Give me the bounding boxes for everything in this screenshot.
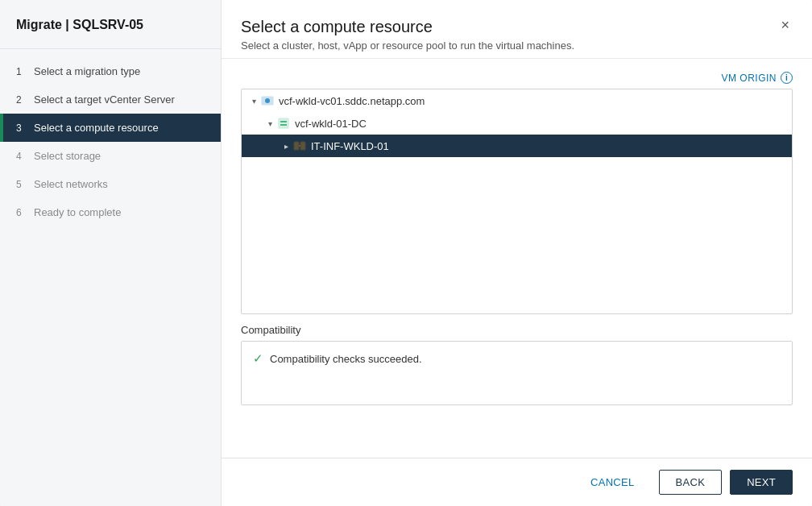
tree-node-dc[interactable]: ▾ vcf-wkld-01-DC [242, 112, 792, 135]
svg-rect-2 [279, 118, 288, 128]
main-body: VM ORIGIN i ▾ vcf-wkld-vc01.sddc.netapp.… [222, 59, 812, 458]
compatibility-label: Compatibility [241, 324, 793, 336]
tree-node-cluster[interactable]: ▸ IT-INF-WKLD-01 [242, 135, 792, 157]
sidebar-step-1[interactable]: 1Select a migration type [0, 57, 221, 85]
vm-origin-bar: VM ORIGIN i [241, 72, 793, 84]
close-button[interactable]: × [777, 18, 793, 32]
chevron-right-icon: ▸ [280, 140, 292, 151]
step-num: 6 [16, 207, 27, 218]
node-label: vcf-wkld-01-DC [295, 118, 367, 130]
vm-origin-link[interactable]: VM ORIGIN [721, 73, 777, 84]
chevron-down-icon: ▾ [248, 95, 259, 106]
main-panel: Select a compute resource Select a clust… [222, 0, 812, 506]
step-label: Select networks [34, 178, 108, 190]
sidebar-steps: 1Select a migration type2Select a target… [0, 49, 221, 234]
step-num: 4 [16, 151, 27, 162]
sidebar-step-3[interactable]: 3Select a compute resource [0, 114, 221, 142]
datacenter-icon [277, 117, 290, 130]
back-button[interactable]: BACK [659, 470, 723, 495]
next-button[interactable]: NEXT [730, 470, 793, 495]
main-panel-title: Select a compute resource [241, 18, 574, 36]
chevron-down-icon: ▾ [264, 118, 276, 129]
step-label: Select storage [34, 150, 101, 162]
sidebar-step-6: 6Ready to complete [0, 198, 221, 226]
cluster-icon [293, 139, 306, 152]
vcenter-icon [261, 94, 274, 107]
sidebar-title: Migrate | SQLSRV-05 [0, 0, 221, 49]
step-label: Select a target vCenter Server [34, 93, 175, 106]
svg-rect-3 [280, 121, 287, 122]
compatibility-section: Compatibility ✓ Compatibility checks suc… [241, 324, 793, 417]
step-num: 5 [16, 179, 27, 190]
step-num: 2 [16, 94, 27, 106]
sidebar: Migrate | SQLSRV-05 1Select a migration … [0, 0, 222, 506]
step-label: Ready to complete [34, 206, 121, 218]
main-panel-subtitle: Select a cluster, host, vApp or resource… [241, 39, 574, 52]
node-label: IT-INF-WKLD-01 [311, 140, 389, 152]
step-num: 1 [16, 66, 27, 77]
compatibility-box: ✓ Compatibility checks succeeded. [241, 341, 793, 405]
cancel-button[interactable]: CANCEL [574, 471, 651, 494]
compatibility-message: ✓ Compatibility checks succeeded. [253, 351, 781, 366]
node-label: vcf-wkld-vc01.sddc.netapp.com [279, 95, 425, 107]
sidebar-step-5: 5Select networks [0, 170, 221, 198]
resource-tree[interactable]: ▾ vcf-wkld-vc01.sddc.netapp.com▾ vcf-wkl… [241, 89, 793, 314]
svg-rect-5 [294, 142, 299, 150]
check-icon: ✓ [253, 351, 263, 366]
footer: CANCEL BACK NEXT [222, 458, 812, 506]
sidebar-step-2[interactable]: 2Select a target vCenter Server [0, 85, 221, 114]
svg-rect-4 [280, 124, 287, 126]
main-header: Select a compute resource Select a clust… [222, 0, 812, 59]
step-num: 3 [16, 122, 27, 134]
info-icon[interactable]: i [781, 72, 793, 84]
step-label: Select a compute resource [34, 122, 159, 134]
step-label: Select a migration type [34, 65, 140, 77]
tree-node-root[interactable]: ▾ vcf-wkld-vc01.sddc.netapp.com [242, 89, 792, 112]
svg-rect-6 [300, 142, 305, 150]
sidebar-step-4: 4Select storage [0, 142, 221, 170]
migrate-dialog: Migrate | SQLSRV-05 1Select a migration … [0, 0, 812, 506]
svg-point-1 [265, 98, 270, 103]
